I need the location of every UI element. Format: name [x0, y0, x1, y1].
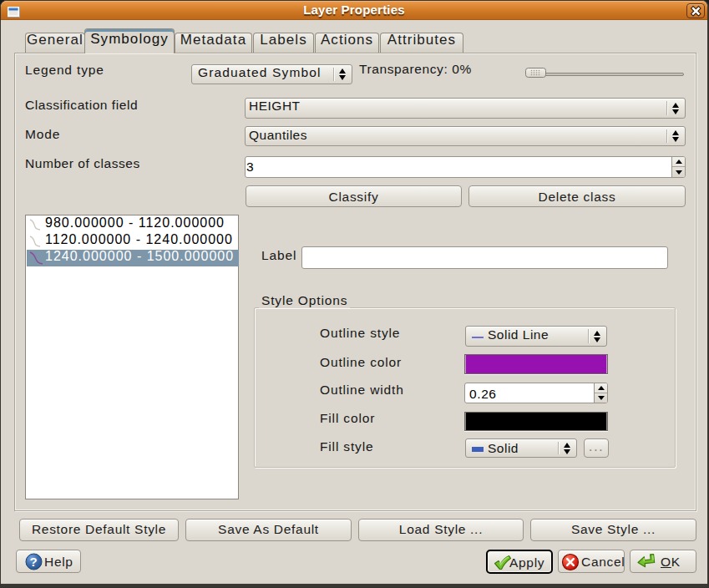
svg-text:?: ?	[30, 555, 38, 569]
